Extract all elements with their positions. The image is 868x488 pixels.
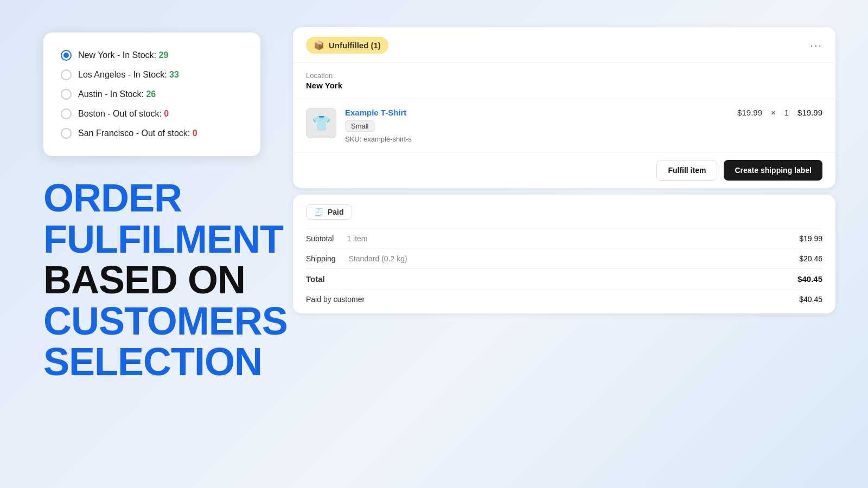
unfulfilled-label: Unfulfilled (1) [329,41,381,50]
fulfill-item-button[interactable]: Fulfill item [656,160,717,181]
more-options-button[interactable]: ··· [810,39,822,52]
location-section: Location New York [293,63,835,99]
payment-row-label: Total [306,274,325,284]
payment-row-amount: $19.99 [799,234,822,243]
location-item-label: New York - In Stock: 29 [78,50,168,60]
radio-button[interactable] [61,89,72,100]
create-shipping-label-button[interactable]: Create shipping label [724,160,822,181]
headline-line5: SELECTION [43,342,288,383]
headline-line1: ORDER [43,178,288,219]
sku-value: example-shirt-s [363,135,412,143]
action-bar: Fulfill item Create shipping label [293,152,835,188]
payment-row-label: Paid by customer [306,295,365,304]
item-thumbnail: 👕 [306,108,336,138]
order-card: 📦 Unfulfilled (1) ··· Location New York … [293,27,835,188]
radio-button[interactable] [61,69,72,80]
payment-row: Total$40.45 [306,268,822,289]
location-value: New York [306,81,822,90]
location-item-label: Los Angeles - In Stock: 33 [78,70,179,80]
unfulfilled-icon: 📦 [314,40,324,50]
payment-card: 🧾 Paid Subtotal1 item$19.99ShippingStand… [293,195,835,313]
item-total: $19.99 [797,108,822,117]
item-sku: SKU: example-shirt-s [345,135,729,143]
paid-icon: 🧾 [314,208,323,216]
payment-row-amount: $20.46 [799,254,822,263]
payment-rows: Subtotal1 item$19.99ShippingStandard (0.… [293,228,835,313]
item-details: Example T-Shirt Small SKU: example-shirt… [345,108,729,143]
payment-row-desc: 1 item [334,234,799,243]
payment-row-label: Subtotal [306,234,334,243]
item-variant: Small [345,120,375,132]
headline-line2: FULFILMENT [43,219,288,260]
payment-row: ShippingStandard (0.2 kg)$20.46 [306,248,822,268]
radio-button[interactable] [61,108,72,119]
payment-row-amount: $40.45 [797,274,822,284]
location-item[interactable]: Los Angeles - In Stock: 33 [61,65,243,85]
paid-label: Paid [328,208,344,216]
payment-row-amount: $40.45 [799,295,822,304]
radio-button[interactable] [61,50,72,61]
sku-label: SKU: [345,135,361,143]
location-item[interactable]: New York - In Stock: 29 [61,46,243,65]
item-icon: 👕 [312,114,331,132]
payment-row: Subtotal1 item$19.99 [306,228,822,248]
payment-header: 🧾 Paid [293,195,835,228]
payment-row-label: Shipping [306,254,336,263]
location-card: New York - In Stock: 29Los Angeles - In … [43,33,260,156]
location-item-label: Austin - In Stock: 26 [78,89,156,99]
paid-badge: 🧾 Paid [306,204,352,220]
multiplier-icon: × [771,108,776,117]
radio-button[interactable] [61,128,72,139]
location-item[interactable]: Boston - Out of stock: 0 [61,104,243,124]
payment-row-desc: Standard (0.2 kg) [336,254,800,263]
order-item-row: 👕 Example T-Shirt Small SKU: example-shi… [293,99,835,152]
location-label: Location [306,72,822,80]
location-item-label: San Francisco - Out of stock: 0 [78,129,197,138]
headline-line4: CUSTOMERS [43,301,288,342]
headline: ORDER FULFILMENT BASED ON CUSTOMERS SELE… [43,178,288,383]
item-unit-price: $19.99 [737,108,762,117]
order-card-header: 📦 Unfulfilled (1) ··· [293,27,835,62]
location-item-label: Boston - Out of stock: 0 [78,109,169,119]
unfulfilled-badge: 📦 Unfulfilled (1) [306,37,388,54]
payment-row: Paid by customer$40.45 [306,289,822,309]
item-quantity: 1 [784,108,789,117]
left-panel: New York - In Stock: 29Los Angeles - In … [0,0,293,488]
location-item[interactable]: San Francisco - Out of stock: 0 [61,124,243,143]
headline-line3: BASED ON [43,260,288,301]
location-item[interactable]: Austin - In Stock: 26 [61,85,243,104]
item-pricing: $19.99 × 1 [737,108,789,117]
right-panel: 📦 Unfulfilled (1) ··· Location New York … [293,0,868,488]
item-name[interactable]: Example T-Shirt [345,108,729,117]
